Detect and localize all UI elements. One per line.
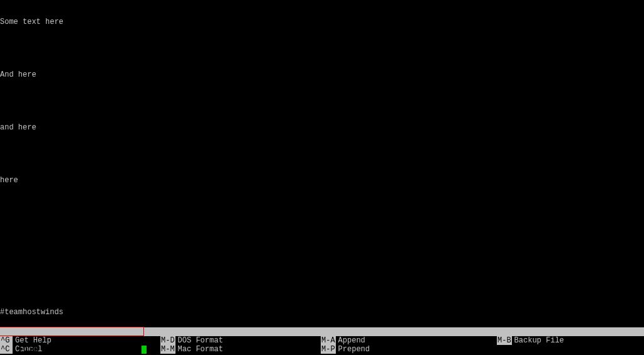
prompt-label: File Name to Write: (19, 345, 110, 354)
shortcut-label: Get Help (15, 336, 52, 345)
shortcut-label: Backup File (514, 336, 564, 345)
shortcut-dos-format[interactable]: M-D DOS Format (160, 336, 321, 345)
shortcut-prepend[interactable]: M-P Prepend (321, 345, 497, 354)
buffer-line: here (0, 176, 644, 185)
shortcut-key: M-M (160, 345, 175, 354)
buffer-line (0, 255, 644, 264)
shortcut-key: M-B (497, 336, 512, 345)
shortcut-label: DOS Format (178, 336, 223, 345)
shortcut-get-help[interactable]: ^G Get Help (0, 336, 160, 345)
cursor-icon (142, 346, 147, 354)
filename-prompt[interactable]: File Name to Write: newfile (0, 327, 644, 336)
shortcut-mac-format[interactable]: M-M Mac Format (160, 345, 321, 354)
shortcut-key: M-D (160, 336, 175, 345)
buffer-line (0, 281, 644, 290)
buffer-line (0, 229, 644, 238)
buffer-line (0, 202, 644, 211)
buffer-line: And here (0, 70, 644, 79)
buffer-line: and here (0, 123, 644, 132)
shortcut-label: Mac Format (178, 345, 223, 354)
shortcut-label: Prepend (338, 345, 370, 354)
shortcut-append[interactable]: M-A Append (321, 336, 497, 345)
shortcut-label: Append (338, 336, 365, 345)
buffer-line (0, 44, 644, 53)
editor-buffer[interactable]: Some text here And here and here here #t… (0, 0, 644, 355)
filename-input[interactable]: newfile (110, 345, 142, 354)
buffer-line: #teamhostwinds (0, 308, 644, 317)
buffer-line (0, 150, 644, 158)
shortcut-backup-file[interactable]: M-B Backup File (497, 336, 644, 345)
buffer-line: Some text here (0, 18, 644, 26)
buffer-line (0, 97, 644, 106)
shortcut-key: M-A (321, 336, 336, 345)
shortcut-key: M-P (321, 345, 336, 354)
highlight-annotation (0, 327, 144, 336)
